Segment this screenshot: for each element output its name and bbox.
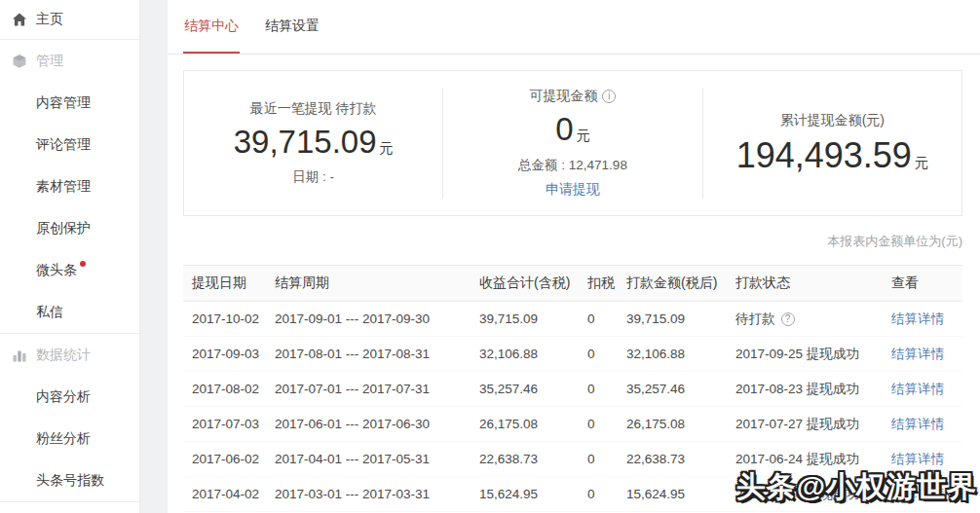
sidebar-item-label: 微头条 xyxy=(36,262,77,279)
status-text: 2017-05-10 提现成功 xyxy=(735,487,859,501)
summary-panel: 最近一笔提现 待打款 39,715.09元 日期 : - 可提现金额 i 0元 xyxy=(183,70,962,216)
sidebar-item-粉丝分析[interactable]: 粉丝分析 xyxy=(0,418,139,459)
income-cell: 32,106.88 xyxy=(479,337,587,372)
withdraw-date-cell: 2017-06-02 xyxy=(183,442,275,477)
card-withdrawable: 可提现金额 i 0元 总金额 : 12,471.98 申请提现 xyxy=(443,71,701,215)
amount-cell: 35,257.46 xyxy=(626,372,735,407)
card-cumulative-title: 累计提现金额(元) xyxy=(780,112,885,129)
tab-bar: 结算中心结算设置 xyxy=(168,0,980,55)
withdraw-date-cell: 2017-09-03 xyxy=(183,337,275,372)
income-cell: 22,638.73 xyxy=(479,442,587,477)
view-cell: 结算详情 xyxy=(891,407,962,442)
card-title-text: 可提现金额 xyxy=(529,88,597,105)
period-cell: 2017-04-01 --- 2017-05-31 xyxy=(275,442,479,477)
sidebar-item-管理[interactable]: 管理 xyxy=(0,40,139,82)
card-latest-withdrawal: 最近一笔提现 待打款 39,715.09元 日期 : - xyxy=(184,71,442,215)
sidebar-item-label: 评论管理 xyxy=(36,136,91,154)
content: 最近一笔提现 待打款 39,715.09元 日期 : - 可提现金额 i 0元 xyxy=(168,55,980,512)
column-header: 提现日期 xyxy=(183,266,275,302)
amount-unit: 元 xyxy=(915,155,928,170)
amount-cell: 15,624.95 xyxy=(626,477,735,512)
info-icon[interactable]: i xyxy=(602,90,616,103)
chart-icon xyxy=(12,348,27,363)
settlement-detail-link[interactable]: 结算详情 xyxy=(891,382,944,396)
settlement-detail-link[interactable]: 结算详情 xyxy=(891,311,944,326)
income-cell: 39,715.09 xyxy=(479,302,587,337)
cube-icon xyxy=(12,54,27,69)
tax-cell: 0 xyxy=(587,372,626,407)
sidebar-item-评论管理[interactable]: 评论管理 xyxy=(0,124,139,165)
column-header: 打款状态 xyxy=(735,266,891,302)
card-withdrawable-title: 可提现金额 i xyxy=(529,88,616,105)
amount-value: 0 xyxy=(555,111,573,147)
card-cumulative: 累计提现金额(元) 194,493.59元 xyxy=(703,71,961,215)
sidebar-item-内容分析[interactable]: 内容分析 xyxy=(0,376,139,418)
status-cell: 2017-07-27 提现成功 xyxy=(735,407,891,442)
sidebar-item-内容管理[interactable]: 内容管理 xyxy=(0,82,139,124)
app-root: 主页管理内容管理评论管理素材管理原创保护微头条私信数据统计内容分析粉丝分析头条号… xyxy=(0,0,980,513)
status-text: 2017-08-23 提现成功 xyxy=(735,382,859,396)
settlement-detail-link[interactable]: 结算详情 xyxy=(891,452,944,466)
status-text: 2017-09-25 提现成功 xyxy=(735,347,859,361)
table-body: 2017-10-022017-09-01 --- 2017-09-3039,71… xyxy=(183,302,962,512)
amount-unit: 元 xyxy=(577,128,590,143)
settlement-detail-link[interactable]: 结算详情 xyxy=(891,417,944,431)
column-header: 收益合计(含税) xyxy=(479,266,587,302)
status-text: 2017-07-27 提现成功 xyxy=(735,417,859,431)
status-cell: 2017-09-25 提现成功 xyxy=(735,337,891,372)
sidebar-item-头条号指数[interactable]: 头条号指数 xyxy=(0,459,139,501)
column-header: 扣税 xyxy=(587,266,626,302)
sidebar-item-label: 素材管理 xyxy=(36,178,91,196)
sidebar-item-私信[interactable]: 私信 xyxy=(0,291,139,333)
sidebar-item-主页[interactable]: 主页 xyxy=(0,0,139,39)
table-header: 提现日期结算周期收益合计(含税)扣税打款金额(税后)打款状态查看 xyxy=(183,266,962,302)
period-cell: 2017-07-01 --- 2017-07-31 xyxy=(275,372,479,407)
card-latest-date-note: 日期 : - xyxy=(292,168,334,186)
amount-cell: 39,715.09 xyxy=(626,302,735,337)
amount-value: 194,493.59 xyxy=(736,135,912,175)
settlement-detail-link[interactable]: 结算详情 xyxy=(891,487,944,501)
settlement-detail-link[interactable]: 结算详情 xyxy=(891,347,944,361)
sidebar-item-label: 粉丝分析 xyxy=(36,430,91,448)
amount-cell: 32,106.88 xyxy=(626,337,735,372)
sidebar-item-label: 数据统计 xyxy=(36,347,91,364)
table-row: 2017-09-032017-08-01 --- 2017-08-3132,10… xyxy=(183,337,962,372)
question-icon[interactable]: ? xyxy=(781,312,795,326)
card-latest-title: 最近一笔提现 待打款 xyxy=(250,100,377,118)
view-cell: 结算详情 xyxy=(891,442,962,477)
period-cell: 2017-06-01 --- 2017-06-30 xyxy=(275,407,479,442)
table-row: 2017-08-022017-07-01 --- 2017-07-3135,25… xyxy=(183,372,962,407)
view-cell: 结算详情 xyxy=(891,477,962,512)
tab-结算中心[interactable]: 结算中心 xyxy=(183,0,240,54)
sidebar-item-素材管理[interactable]: 素材管理 xyxy=(0,165,139,207)
apply-withdraw-link[interactable]: 申请提现 xyxy=(546,181,600,199)
sidebar-item-数据统计[interactable]: 数据统计 xyxy=(0,334,139,376)
column-header: 打款金额(税后) xyxy=(626,266,735,302)
withdraw-date-cell: 2017-08-02 xyxy=(183,372,275,407)
period-cell: 2017-03-01 --- 2017-03-31 xyxy=(275,477,479,512)
sidebar-item-label: 管理 xyxy=(36,53,63,70)
tax-cell: 0 xyxy=(587,442,626,477)
withdraw-date-cell: 2017-07-03 xyxy=(183,407,275,442)
table-header-row: 提现日期结算周期收益合计(含税)扣税打款金额(税后)打款状态查看 xyxy=(183,266,962,302)
sidebar-item-原创保护[interactable]: 原创保护 xyxy=(0,207,139,249)
tax-cell: 0 xyxy=(587,407,626,442)
status-cell: 2017-05-10 提现成功 xyxy=(735,477,891,512)
table-row: 2017-07-032017-06-01 --- 2017-06-3026,17… xyxy=(183,407,962,442)
tax-cell: 0 xyxy=(587,302,626,337)
tax-cell: 0 xyxy=(587,337,626,372)
tab-结算设置[interactable]: 结算设置 xyxy=(264,0,320,54)
table-row: 2017-10-022017-09-01 --- 2017-09-3039,71… xyxy=(183,302,962,337)
sidebar-item-label: 内容管理 xyxy=(36,94,91,112)
unread-dot-badge xyxy=(80,261,86,267)
status-text: 2017-06-24 提现成功 xyxy=(735,452,859,466)
table-row: 2017-04-022017-03-01 --- 2017-03-3115,62… xyxy=(183,477,962,512)
settlement-table: 提现日期结算周期收益合计(含税)扣税打款金额(税后)打款状态查看 2017-10… xyxy=(183,265,962,512)
status-cell: 2017-06-24 提现成功 xyxy=(735,442,891,477)
column-header: 查看 xyxy=(891,266,962,302)
sidebar-item-微头条[interactable]: 微头条 xyxy=(0,249,139,291)
status-cell: 待打款? xyxy=(735,302,891,337)
table-row: 2017-06-022017-04-01 --- 2017-05-3122,63… xyxy=(183,442,962,477)
tax-cell: 0 xyxy=(587,477,626,512)
status-cell: 2017-08-23 提现成功 xyxy=(735,372,891,407)
